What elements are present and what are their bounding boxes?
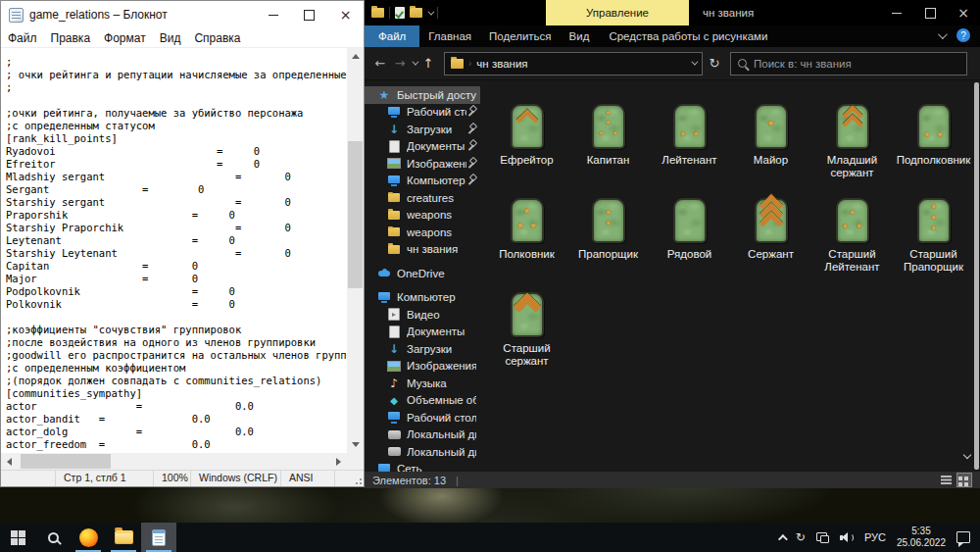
notepad-menu-item[interactable]: Справка: [187, 31, 247, 45]
file-item[interactable]: ★★★ Полковник: [486, 194, 567, 288]
details-view-icon[interactable]: [938, 473, 954, 487]
taskbar-search-button[interactable]: [35, 523, 71, 552]
help-icon[interactable]: [956, 28, 970, 42]
ribbon-tab[interactable]: Главная: [419, 25, 480, 47]
scroll-right-arrow-icon[interactable]: [336, 458, 341, 466]
start-button[interactable]: [0, 523, 35, 552]
file-item[interactable]: ★★ Прапорщик: [567, 194, 649, 288]
notepad-menu-item[interactable]: Формат: [97, 31, 153, 45]
thumbnail-view-icon[interactable]: [956, 473, 972, 487]
file-item[interactable]: Рядовой: [649, 194, 730, 288]
file-item[interactable]: Ефрейтор: [486, 100, 567, 194]
properties-icon[interactable]: [395, 7, 405, 19]
sidebar-item-icon: [387, 226, 401, 239]
sidebar-item[interactable]: чн звания: [365, 241, 480, 259]
rank-insignia-icon: [755, 198, 788, 243]
action-center-icon[interactable]: [956, 531, 970, 543]
sidebar-item[interactable]: Загрузки: [365, 340, 480, 358]
file-area-scrollbar[interactable]: [974, 82, 979, 470]
new-folder-icon[interactable]: [410, 8, 422, 18]
sidebar-item[interactable]: OneDrive: [365, 265, 480, 282]
clock[interactable]: 5:35 25.06.2022: [897, 526, 946, 549]
ribbon-tab[interactable]: Средства работы с рисунками: [600, 25, 776, 47]
search-box[interactable]: Поиск в: чн звания: [730, 52, 967, 75]
file-item[interactable]: Сержант: [730, 194, 811, 288]
notepad-menu-item[interactable]: Правка: [44, 31, 98, 45]
up-button[interactable]: ↑: [418, 56, 438, 71]
hidden-icons-chevron-icon[interactable]: [778, 533, 788, 543]
resize-grip[interactable]: [360, 482, 362, 484]
sidebar-item[interactable]: Изображения: [365, 358, 480, 376]
taskbar-notepad-button[interactable]: [141, 523, 176, 552]
ribbon-tab[interactable]: Вид: [561, 25, 599, 47]
address-bar[interactable]: › чн звания: [444, 52, 703, 75]
file-explorer-icon: [115, 530, 133, 544]
sidebar-item[interactable]: Загрузки: [365, 121, 480, 138]
address-dropdown-chevron-icon[interactable]: [691, 59, 698, 66]
sidebar-item[interactable]: Локальный дис: [365, 427, 480, 444]
file-item[interactable]: ★★★★ Капитан: [567, 100, 649, 194]
sidebar-item[interactable]: Рабочий сто: [365, 104, 480, 122]
ribbon-tab[interactable]: Поделиться: [480, 25, 561, 47]
file-item[interactable]: ★★ Подполковник: [893, 100, 974, 194]
customize-qat-chevron-icon[interactable]: [427, 8, 434, 15]
sync-icon[interactable]: ↻: [796, 530, 806, 544]
sidebar-item[interactable]: Видео: [365, 306, 480, 324]
explorer-maximize-button[interactable]: [913, 0, 947, 25]
sidebar-item[interactable]: Музыка: [365, 375, 480, 392]
sidebar-item[interactable]: weapons: [365, 207, 480, 225]
sidebar-item[interactable]: Документы: [365, 138, 480, 156]
sidebar-item[interactable]: Локальный дис: [365, 443, 480, 461]
sidebar-item[interactable]: Компьютер: [365, 289, 480, 307]
sidebar-item[interactable]: Документы: [365, 324, 480, 341]
scroll-up-arrow-icon[interactable]: [352, 54, 360, 59]
notepad-menu-item[interactable]: Файл: [1, 31, 44, 45]
sidebar-item[interactable]: Быстрый доступ: [365, 86, 480, 104]
scroll-down-arrow-icon[interactable]: [352, 442, 360, 447]
notepad-vertical-scrollbar[interactable]: [347, 48, 364, 453]
notepad-edit-area[interactable]: ; ; очки рейтинга и репутации начисляемы…: [1, 48, 364, 470]
file-name: Старший сержант: [486, 342, 567, 368]
language-indicator[interactable]: РУС: [864, 531, 886, 543]
notepad-close-button[interactable]: ×: [327, 1, 364, 28]
refresh-icon[interactable]: ↻: [703, 56, 726, 71]
notepad-maximize-button[interactable]: [291, 1, 327, 28]
notepad-horizontal-scrollbar[interactable]: [1, 453, 347, 470]
volume-icon[interactable]: [840, 532, 854, 543]
network-icon[interactable]: [816, 532, 829, 543]
notepad-text-content[interactable]: ; ; очки рейтинга и репутации начисляемы…: [1, 48, 347, 453]
file-item[interactable]: ★★★ Старший Лейтенант: [811, 194, 893, 288]
notepad-minimize-button[interactable]: [255, 1, 291, 28]
horizontal-scroll-thumb[interactable]: [21, 454, 111, 469]
sidebar-item[interactable]: weapons: [365, 224, 480, 241]
file-item[interactable]: Старший сержант: [486, 288, 567, 382]
sidebar-item[interactable]: Изображени: [365, 155, 480, 173]
sidebar-item[interactable]: Сеть: [365, 461, 480, 473]
notepad-menu-item[interactable]: Вид: [153, 31, 188, 45]
file-item[interactable]: ★★ Лейтенант: [649, 100, 730, 194]
encoding: ANSI: [280, 471, 334, 486]
sidebar-item[interactable]: Объемные объ: [365, 392, 480, 410]
vertical-scroll-thumb[interactable]: [348, 141, 363, 288]
explorer-close-button[interactable]: ×: [947, 0, 980, 25]
back-button[interactable]: ←: [370, 56, 390, 71]
forward-button[interactable]: →: [390, 56, 410, 71]
ribbon-tab[interactable]: Файл: [365, 25, 419, 47]
taskbar-firefox-button[interactable]: [71, 523, 106, 552]
taskbar-explorer-button[interactable]: [106, 523, 141, 552]
scroll-left-arrow-icon[interactable]: [7, 458, 12, 466]
sidebar-item-icon: [387, 359, 401, 373]
status-separator: |: [456, 475, 459, 486]
file-item[interactable]: Младший сержант: [811, 100, 893, 194]
explorer-minimize-button[interactable]: [880, 0, 913, 25]
explorer-titlebar[interactable]: Управление чн звания ×: [365, 0, 980, 25]
breadcrumb-path[interactable]: чн звания: [476, 58, 686, 70]
sidebar-item[interactable]: creatures: [365, 189, 480, 207]
sidebar-item[interactable]: Компьютер: [365, 173, 480, 190]
file-item[interactable]: ★★★ Старший Прапорщик: [893, 194, 974, 288]
picture-tools-context-tab[interactable]: Управление: [546, 0, 689, 25]
file-item[interactable]: ★ Майор: [730, 100, 811, 194]
notepad-titlebar[interactable]: game_relations – Блокнот ×: [1, 1, 364, 28]
sidebar-item[interactable]: Рабочий стол: [365, 409, 480, 427]
minimize-ribbon-chevron-icon[interactable]: [938, 29, 948, 39]
